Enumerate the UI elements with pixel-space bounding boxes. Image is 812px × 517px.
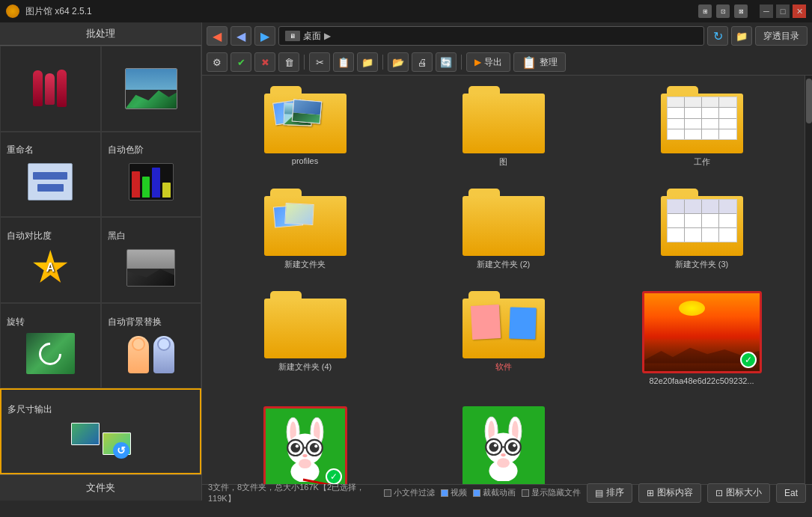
filter-hidden-files[interactable]: 显示隐藏文件 (522, 487, 581, 498)
sort-button[interactable]: ▤ 排序 (587, 483, 632, 503)
sidebar-item-multiout[interactable]: 多尺寸输出 ↺ (0, 388, 201, 474)
title-bar-text: 图片馆 x64 2.5.1 (25, 5, 692, 18)
minimize-button[interactable]: ─ (760, 4, 773, 18)
file-grid-container[interactable]: profiles 图 (202, 76, 805, 484)
svg-point-29 (497, 458, 510, 468)
uncheck-button[interactable]: ✖ (254, 52, 275, 72)
file-item-profiles[interactable]: profiles (210, 83, 400, 171)
svg-point-10 (314, 444, 317, 447)
close-button[interactable]: ✕ (793, 4, 806, 18)
open-button[interactable]: 📂 (388, 52, 409, 72)
rotate-icon (20, 331, 80, 376)
file-name-tu: 图 (499, 156, 507, 168)
folder-tu-icon (463, 86, 545, 153)
file-name-new3: 新建文件夹 (3) (675, 259, 729, 270)
icon-content-icon: ⊞ (647, 488, 654, 498)
svg-point-23 (508, 442, 518, 452)
eat-label: Eat (784, 488, 798, 498)
icon-size-label: 图标大小 (726, 486, 762, 499)
file-name-new2: 新建文件夹 (2) (477, 259, 531, 270)
file-item-tu[interactable]: 图 (408, 83, 599, 171)
icon-content-label: 图标内容 (657, 486, 693, 499)
file-item-new1[interactable]: 新建文件夹 (210, 186, 400, 273)
sidebar-item-colorstage[interactable]: 自动色阶 (101, 132, 202, 218)
settings-button[interactable]: ⚙ (207, 52, 228, 72)
nav-back-orange-button[interactable]: ◀ (207, 26, 228, 46)
address-label: 桌面 (303, 30, 321, 43)
nav-forward-button[interactable]: ▶ (254, 26, 275, 46)
copy-button[interactable]: 📋 (333, 52, 354, 72)
icon-size-button[interactable]: ⊡ 图标大小 (707, 483, 770, 503)
svg-point-24 (494, 444, 497, 447)
multiout-icon: ↺ (71, 419, 131, 460)
sidebar-item-bgreplace[interactable]: 自动背景替换 (101, 303, 202, 389)
folder-browse-button[interactable]: 📁 (731, 26, 752, 46)
sidebar-item-rotate-label: 旋转 (4, 316, 25, 328)
sunset-check-badge: ✓ (740, 352, 757, 368)
file-item-new2[interactable]: 新建文件夹 (2) (408, 186, 599, 273)
icon-content-button[interactable]: ⊞ 图标内容 (638, 483, 701, 503)
delete-button[interactable]: 🗑 (278, 52, 299, 72)
title-bar-controls: ─ □ ✕ (760, 4, 806, 18)
sidebar-item-rename[interactable]: 重命名 (0, 132, 101, 218)
file-item-work[interactable]: 工作 (606, 83, 797, 171)
title-icon-3: ⊠ (734, 4, 748, 18)
sunset-image-icon: ✓ (642, 291, 762, 373)
file-item-sunset[interactable]: ✓ 82e20faa48e6d22c509232... (606, 288, 797, 388)
rotate-right-button[interactable]: 🔄 (436, 52, 457, 72)
sidebar-grid: 重命名 自动色阶 (0, 46, 201, 474)
filter-crop-anim[interactable]: 裁截动画 (473, 487, 516, 498)
sidebar-item-photo[interactable] (101, 46, 202, 132)
rabbit2-image-icon (463, 406, 545, 484)
file-item-rabbit1[interactable]: ✓ afc1ea8376515472fc590fc... (210, 403, 400, 484)
filter-hidden-files-checkbox (522, 489, 529, 497)
organize-label: 整理 (540, 56, 558, 69)
toolbar-separator-1 (304, 55, 305, 70)
eat-button[interactable]: Eat (776, 483, 806, 503)
folder-work-icon (661, 86, 743, 153)
sidebar-item-rotate[interactable]: 旋转 (0, 303, 101, 389)
folder-new3-icon (661, 189, 743, 256)
sort-icon: ▤ (595, 488, 603, 498)
organize-button[interactable]: 📋 整理 (513, 52, 566, 72)
export-button[interactable]: ▶ 导出 (466, 52, 510, 72)
folder-profiles-icon (264, 86, 347, 153)
sidebar-item-lips[interactable] (0, 46, 101, 132)
folder-new1-icon (264, 189, 347, 256)
address-bar[interactable]: 🖥 桌面 ▶ (278, 26, 704, 46)
filter-small-files[interactable]: 小文件过滤 (384, 487, 435, 498)
contrast-icon: A (20, 245, 80, 290)
file-item-new4[interactable]: 新建文件夹 (4) (210, 288, 400, 388)
rename-icon (20, 159, 80, 204)
sidebar-header: 批处理 (0, 22, 201, 46)
scroll-right[interactable] (805, 76, 812, 484)
paste-button[interactable]: 📁 (357, 52, 378, 72)
toolbar-row1: ◀ ◀ ▶ 🖥 桌面 ▶ ↻ 📁 穿透目录 (202, 22, 812, 49)
file-grid: profiles 图 (210, 83, 797, 484)
folder-new4-icon (264, 291, 347, 358)
app-icon (6, 4, 19, 18)
maximize-button[interactable]: □ (776, 4, 790, 18)
bw-icon (121, 245, 181, 290)
refresh-button[interactable]: ↻ (707, 26, 728, 46)
file-item-software[interactable]: 软件 (408, 288, 599, 388)
filter-video[interactable]: 视频 (441, 487, 467, 498)
print-button[interactable]: 🖨 (412, 52, 433, 72)
check-button[interactable]: ✔ (231, 52, 251, 72)
file-name-new1: 新建文件夹 (284, 259, 326, 270)
filter-video-checkbox (441, 489, 448, 497)
sidebar-item-bw[interactable]: 黑白 (101, 217, 202, 303)
file-item-new3[interactable]: 新建文件夹 (3) (606, 186, 797, 273)
main-layout: 批处理 (0, 22, 812, 501)
through-dir-button[interactable]: 穿透目录 (755, 26, 808, 46)
status-bar: 3文件，8文件夹，总大小167K【2已选择，119K】 小文件过滤 视频 裁截动… (202, 484, 812, 501)
status-filters: 小文件过滤 视频 裁截动画 显示隐藏文件 (384, 487, 581, 498)
file-item-rabbit2[interactable]: 图片转PDF文件.pdf (408, 403, 599, 484)
svg-point-25 (513, 444, 516, 447)
nav-back-button[interactable]: ◀ (231, 26, 251, 46)
file-grid-scroll: profiles 图 (202, 76, 812, 484)
toolbar: ◀ ◀ ▶ 🖥 桌面 ▶ ↻ 📁 穿透目录 ⚙ ✔ ✖ 🗑 (202, 22, 812, 76)
scroll-thumb (806, 79, 812, 123)
cut-button[interactable]: ✂ (309, 52, 330, 72)
sidebar-item-contrast[interactable]: 自动对比度 A (0, 217, 101, 303)
